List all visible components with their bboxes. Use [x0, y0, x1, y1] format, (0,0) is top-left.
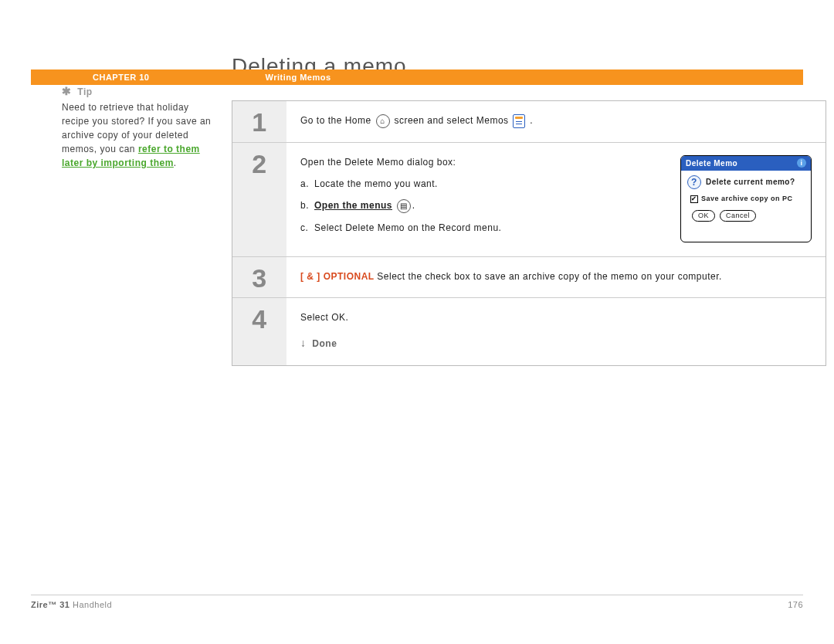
checkbox-icon[interactable]: ✔: [690, 195, 698, 203]
ok-button[interactable]: OK: [692, 210, 715, 222]
step-body: Open the Delete Memo dialog box: a. Loca…: [286, 143, 826, 256]
step-4: 4 Select OK. ↓ Done: [232, 298, 826, 365]
optional-tag: [ & ] OPTIONAL: [300, 271, 377, 282]
sidebar: ✱ Tip Need to retrieve that holiday reci…: [0, 54, 232, 366]
menu-icon: ▤: [397, 199, 411, 213]
substep-a: a. Locate the memo you want.: [300, 177, 666, 191]
dialog-titlebar: Delete Memo i: [681, 156, 811, 171]
header-bar: CHAPTER 10 Writing Memos: [31, 69, 803, 85]
steps-container: 1 Go to the Home ⌂ screen and select Mem…: [232, 100, 826, 366]
question-icon: ?: [687, 175, 701, 189]
tip-body: Need to retrieve that holiday recipe you…: [62, 100, 216, 170]
breadcrumb: Writing Memos: [265, 73, 331, 82]
chapter-label: CHAPTER 10: [93, 73, 149, 82]
open-menus-link[interactable]: Open the menus: [314, 200, 392, 211]
step-body: Select OK. ↓ Done: [286, 298, 826, 365]
step-number: 1: [232, 101, 286, 142]
archive-checkbox-row[interactable]: ✔ Save archive copy on PC: [690, 194, 805, 205]
step-number: 3: [232, 257, 286, 297]
step2-text: Open the Delete Memo dialog box: a. Loca…: [300, 155, 666, 242]
home-icon: ⌂: [376, 114, 390, 128]
footer: Zire™ 31 Handheld 176: [31, 595, 803, 609]
substep-c: c. Select Delete Memo on the Record menu…: [300, 221, 666, 235]
dialog-question: ? Delete current memo?: [687, 175, 805, 189]
step-body: [ & ] OPTIONAL Select the check box to s…: [286, 257, 826, 297]
step-3: 3 [ & ] OPTIONAL Select the check box to…: [232, 257, 826, 298]
step-1: 1 Go to the Home ⌂ screen and select Mem…: [232, 101, 826, 143]
down-arrow-icon: ↓: [300, 335, 307, 351]
cancel-button[interactable]: Cancel: [720, 210, 756, 222]
main-content: Deleting a memo 1 Go to the Home ⌂ scree…: [232, 54, 834, 366]
step-2: 2 Open the Delete Memo dialog box: a. Lo…: [232, 143, 826, 257]
asterisk-icon: ✱: [62, 85, 72, 97]
tip-header: ✱ Tip: [62, 85, 216, 97]
tip-label: Tip: [77, 86, 92, 97]
step-body: Go to the Home ⌂ screen and select Memos…: [286, 101, 826, 142]
info-icon[interactable]: i: [797, 158, 806, 168]
step-number: 2: [232, 143, 286, 256]
delete-memo-dialog: Delete Memo i ? Delete current memo? ✔ S…: [680, 155, 812, 242]
product-name: Zire™ 31 Handheld: [31, 600, 112, 609]
memos-icon: [513, 114, 525, 128]
page-number: 176: [788, 600, 803, 609]
done-indicator: ↓ Done: [300, 335, 812, 351]
substep-b: b. Open the menus ▤.: [300, 198, 666, 213]
step-number: 4: [232, 298, 286, 365]
